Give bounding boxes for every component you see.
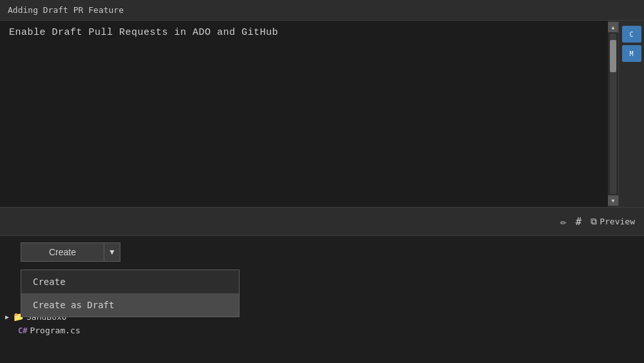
- scroll-down-button[interactable]: ▼: [608, 195, 618, 206]
- folder-triangle-icon: ▶: [5, 313, 9, 320]
- editor-content[interactable]: Enable Draft Pull Requests in ADO and Gi…: [0, 21, 608, 207]
- menu-item-create[interactable]: Create: [21, 270, 239, 293]
- right-panel-btn-1[interactable]: C: [622, 26, 641, 43]
- preview-icon: ⧉: [591, 216, 597, 227]
- editor-area: Enable Draft Pull Requests in ADO and Gi…: [0, 21, 644, 208]
- scroll-track[interactable]: [610, 34, 616, 194]
- action-area: Create ▼ Create Create as Draft: [0, 236, 644, 268]
- editor-text: Enable Draft Pull Requests in ADO and Gi…: [9, 27, 599, 38]
- right-panel: C M: [618, 21, 644, 207]
- file-name: Program.cs: [30, 326, 80, 335]
- dropdown-arrow-icon: ▼: [108, 248, 116, 257]
- tree-file-program[interactable]: C# Program.cs: [0, 324, 644, 337]
- scroll-thumb: [610, 40, 616, 72]
- pencil-icon[interactable]: ✏: [560, 215, 567, 228]
- preview-label: Preview: [600, 217, 635, 226]
- scroll-up-button[interactable]: ▲: [608, 22, 618, 32]
- csharp-file-icon: C#: [18, 326, 27, 335]
- dropdown-menu: Create Create as Draft: [21, 270, 240, 317]
- menu-item-create-as-draft[interactable]: Create as Draft: [21, 293, 239, 317]
- create-button-group: Create ▼: [21, 242, 120, 262]
- scrollbar: ▲ ▼: [608, 21, 618, 207]
- title-bar: Adding Draft PR Feature: [0, 0, 644, 21]
- title-text: Adding Draft PR Feature: [8, 5, 124, 15]
- toolbar-bar: ✏ # ⧉ Preview: [0, 208, 644, 236]
- create-dropdown-button[interactable]: ▼: [104, 242, 120, 262]
- hash-icon[interactable]: #: [576, 215, 582, 228]
- create-main-button[interactable]: Create: [21, 242, 104, 262]
- right-panel-btn-2[interactable]: M: [622, 45, 641, 62]
- preview-button[interactable]: ⧉ Preview: [591, 216, 635, 227]
